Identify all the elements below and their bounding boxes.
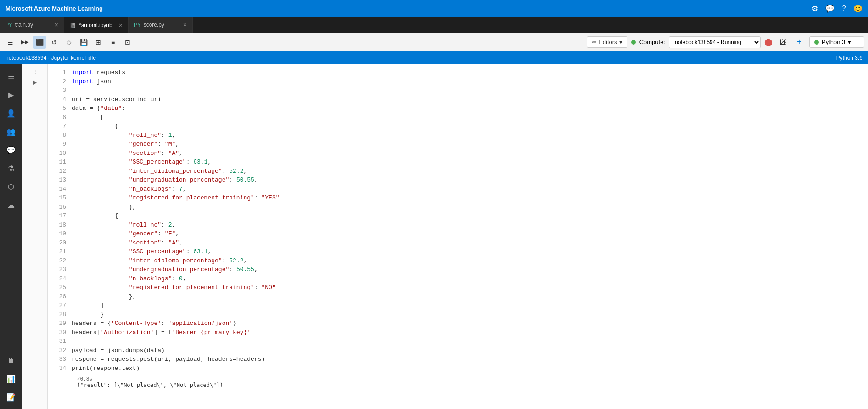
interrupt-button[interactable]: ⬛ xyxy=(33,36,46,49)
clear-button[interactable]: ◇ xyxy=(62,36,75,49)
toolbar: ☰ ▶▶ ⬛ ↺ ◇ 💾 ⊞ ≡ ⊡ ✏ Editors ▾ Compute: … xyxy=(0,33,868,51)
sidebar-item-deployments[interactable]: ☁ xyxy=(3,197,19,213)
sidebar-item-experiments[interactable]: ⚗ xyxy=(3,160,19,176)
editor-area: ⠿ ▶ 123456789101112131415161718192021222… xyxy=(22,64,868,409)
output-text: ("result": [\"Not placed\", \"Not placed… xyxy=(77,382,857,388)
tab-automl[interactable]: 📓 *automl.ipynb × xyxy=(64,17,129,33)
toolbar-right: ✏ Editors ▾ Compute: notebook138594 - Ru… xyxy=(587,36,864,49)
menu-button[interactable]: ☰ xyxy=(4,36,17,49)
image-button[interactable]: 🖼 xyxy=(776,36,789,49)
tab-automl-icon: 📓 xyxy=(70,23,76,28)
tab-score-close[interactable]: × xyxy=(183,21,187,28)
sidebar-item-group[interactable]: 👥 xyxy=(3,123,19,140)
tab-score[interactable]: PY score.py × xyxy=(129,17,193,33)
sidebar-item-users[interactable]: 👤 xyxy=(3,105,19,121)
editors-chevron-icon: ▾ xyxy=(619,39,622,45)
app-title: Microsoft Azure Machine Learning xyxy=(6,5,103,12)
restart-button[interactable]: ↺ xyxy=(48,36,61,49)
cell-output: ✓0.8s ("result": [\"Not placed\", \"Not … xyxy=(53,373,862,391)
sidebar-item-compute[interactable]: 🖥 xyxy=(3,352,19,369)
stop-button[interactable]: ⬤ xyxy=(764,38,773,46)
output-timing: ✓0.8s xyxy=(77,376,857,382)
compute-status-dot xyxy=(631,40,636,45)
sidebar-item-data[interactable]: 📊 xyxy=(3,370,19,387)
editors-button[interactable]: ✏ Editors ▾ xyxy=(587,36,627,48)
sidebar-item-run[interactable]: ▶ xyxy=(3,86,19,103)
settings-icon[interactable]: ⚙ xyxy=(812,4,818,13)
code-block[interactable]: import requests import json uri = servic… xyxy=(72,68,862,373)
pen-icon: ✏ xyxy=(592,39,597,45)
top-bar-icons: ⚙ 💬 ? 😊 xyxy=(812,4,862,13)
sidebar-item-chat[interactable]: 💬 xyxy=(3,142,19,158)
status-bar: notebook138594 · Jupyter kernel idle Pyt… xyxy=(0,51,868,64)
tab-score-icon: PY xyxy=(134,22,141,28)
grid-button[interactable]: ≡ xyxy=(106,36,119,49)
export-button[interactable]: ⊞ xyxy=(92,36,105,49)
code-with-line-numbers: 1234567891011121314151617181920212223242… xyxy=(53,68,862,373)
sidebar-item-notebook[interactable]: 📝 xyxy=(3,389,19,405)
tab-train-close[interactable]: × xyxy=(55,21,58,28)
fullscreen-button[interactable]: ⊡ xyxy=(121,36,134,49)
sidebar-item-hamburger[interactable]: ☰ xyxy=(3,68,19,85)
compute-section: Compute: notebook138594 - Running xyxy=(631,36,761,48)
tab-train[interactable]: PY train.py × xyxy=(0,17,64,33)
compute-label: Compute: xyxy=(639,39,665,45)
python-chevron-icon: ▾ xyxy=(848,39,851,45)
top-bar: Microsoft Azure Machine Learning ⚙ 💬 ? 😊 xyxy=(0,0,868,17)
cell-gutter: ⠿ ▶ xyxy=(22,64,48,409)
python-section[interactable]: Python 3 ▾ xyxy=(809,36,864,48)
feedback-icon[interactable]: 💬 xyxy=(825,4,834,13)
sidebar-item-pipelines[interactable]: ⬡ xyxy=(3,178,19,195)
kernel-status: notebook138594 · Jupyter kernel idle xyxy=(6,55,96,61)
account-icon[interactable]: 😊 xyxy=(853,4,862,13)
tab-bar: PY train.py × 📓 *automl.ipynb × PY score… xyxy=(0,17,868,33)
tab-train-icon: PY xyxy=(6,22,12,28)
python-status-dot xyxy=(814,40,819,45)
add-compute-button[interactable]: + xyxy=(793,36,806,49)
tab-train-label: train.py xyxy=(15,22,33,28)
left-sidebar: ☰ ▶ 👤 👥 💬 ⚗ ⬡ ☁ 🖥 📊 📝 xyxy=(0,64,22,409)
run-all-button[interactable]: ▶▶ xyxy=(18,36,31,49)
python-label: Python 3 xyxy=(822,39,845,45)
line-numbers: 1234567891011121314151617181920212223242… xyxy=(53,68,72,373)
tab-score-label: score.py xyxy=(144,22,164,28)
tab-automl-label: *automl.ipynb xyxy=(79,22,112,28)
cell-run-button[interactable]: ▶ xyxy=(29,77,40,88)
editors-label: Editors xyxy=(599,39,617,45)
cell-drag-handle[interactable]: ⠿ xyxy=(31,68,38,77)
python-version: Python 3.6 xyxy=(836,55,862,61)
main-area: ☰ ▶ 👤 👥 💬 ⚗ ⬡ ☁ 🖥 📊 📝 ⠿ ▶ 12345678910111… xyxy=(0,64,868,409)
help-icon[interactable]: ? xyxy=(842,4,846,12)
tab-automl-close[interactable]: × xyxy=(119,22,123,29)
compute-select[interactable]: notebook138594 - Running xyxy=(669,36,761,48)
cell-area: ⠿ ▶ 123456789101112131415161718192021222… xyxy=(22,64,868,409)
code-content-area[interactable]: 1234567891011121314151617181920212223242… xyxy=(48,64,868,409)
save-button[interactable]: 💾 xyxy=(77,36,90,49)
